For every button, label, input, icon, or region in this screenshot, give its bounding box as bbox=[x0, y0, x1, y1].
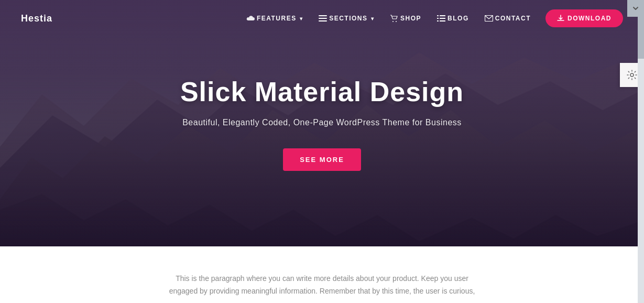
list-icon bbox=[437, 15, 445, 21]
blog-label: BLOG bbox=[447, 15, 469, 22]
svg-rect-12 bbox=[440, 15, 445, 16]
download-button[interactable]: DOWNLOAD bbox=[545, 9, 623, 27]
svg-rect-13 bbox=[437, 18, 439, 19]
hero-section: Hestia FEATURES ▾ bbox=[0, 0, 644, 246]
features-arrow: ▾ bbox=[300, 16, 303, 21]
mail-icon bbox=[485, 15, 493, 21]
nav-link-sections[interactable]: SECTIONS ▾ bbox=[312, 10, 380, 26]
content-paragraph: This is the paragraph where you can writ… bbox=[165, 273, 479, 298]
nav-item-sections: SECTIONS ▾ bbox=[312, 10, 380, 26]
chevron-down-icon bbox=[632, 5, 639, 12]
nav-link-contact[interactable]: CONTACT bbox=[478, 10, 537, 26]
svg-point-10 bbox=[396, 21, 397, 22]
menu-icon bbox=[319, 15, 327, 21]
svg-point-18 bbox=[630, 73, 634, 77]
svg-rect-6 bbox=[319, 15, 327, 16]
hero-title: Slick Material Design bbox=[180, 76, 464, 107]
nav-link-shop[interactable]: SHOP bbox=[384, 10, 428, 26]
hero-subtitle: Beautiful, Elegantly Coded, One-Page Wor… bbox=[180, 118, 464, 127]
see-more-button[interactable]: SEE MORE bbox=[283, 148, 361, 171]
nav-item-download: DOWNLOAD bbox=[540, 9, 623, 27]
nav-item-features: FEATURES ▾ bbox=[240, 10, 309, 26]
navbar: Hestia FEATURES ▾ bbox=[0, 0, 644, 37]
nav-item-contact: CONTACT bbox=[478, 10, 537, 26]
shop-label: SHOP bbox=[400, 15, 421, 22]
scrollbar-thumb[interactable] bbox=[638, 17, 644, 59]
gear-icon bbox=[627, 70, 637, 80]
brand-logo[interactable]: Hestia bbox=[21, 13, 52, 24]
sections-arrow: ▾ bbox=[371, 16, 375, 21]
svg-rect-14 bbox=[440, 18, 445, 19]
svg-rect-7 bbox=[319, 18, 327, 19]
nav-menu: FEATURES ▾ SECTIONS ▾ bbox=[240, 9, 623, 27]
svg-rect-16 bbox=[440, 20, 445, 21]
svg-point-9 bbox=[392, 21, 394, 22]
cart-icon bbox=[390, 15, 398, 22]
nav-item-blog: BLOG bbox=[431, 10, 475, 26]
scrollbar[interactable] bbox=[638, 17, 644, 303]
features-label: FEATURES bbox=[257, 15, 297, 22]
corner-dropdown-button[interactable] bbox=[627, 0, 644, 17]
hero-content: Slick Material Design Beautiful, Elegant… bbox=[170, 76, 474, 171]
cloud-icon bbox=[246, 16, 255, 21]
svg-rect-11 bbox=[437, 15, 439, 16]
contact-label: CONTACT bbox=[495, 15, 531, 22]
nav-item-shop: SHOP bbox=[384, 10, 428, 26]
svg-rect-15 bbox=[437, 20, 439, 21]
content-section: This is the paragraph where you can writ… bbox=[0, 246, 644, 303]
sections-label: SECTIONS bbox=[329, 15, 367, 22]
download-icon bbox=[557, 15, 564, 22]
download-label: DOWNLOAD bbox=[567, 15, 612, 22]
nav-link-blog[interactable]: BLOG bbox=[431, 10, 475, 26]
svg-rect-8 bbox=[319, 20, 327, 21]
nav-link-features[interactable]: FEATURES ▾ bbox=[240, 10, 309, 26]
